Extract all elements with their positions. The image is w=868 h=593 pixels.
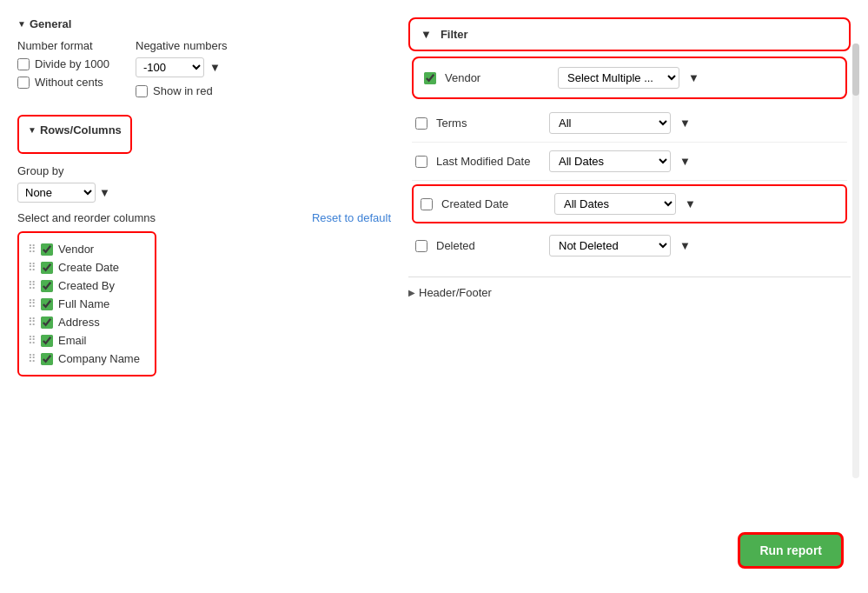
drag-handle-create-date[interactable]: ⠿	[28, 261, 36, 274]
filter-vendor-row: ▼ Filter	[408, 17, 851, 51]
filter-last-modified-arrow: ▼	[679, 155, 691, 168]
show-in-red-checkbox[interactable]	[136, 85, 148, 97]
scrollbar[interactable]	[851, 43, 861, 478]
negative-dropdown-arrow: ▼	[209, 61, 221, 74]
number-format-label: Number format	[17, 39, 109, 52]
group-by-select[interactable]: None Vendor	[17, 183, 96, 203]
filter-deleted-row: Deleted Not Deleted All Deleted Only ▼	[412, 227, 847, 264]
filter-vendor-label: Vendor	[445, 71, 549, 84]
filter-terms-arrow: ▼	[679, 117, 691, 130]
column-label-address: Address	[58, 316, 100, 329]
filter-deleted-label: Deleted	[436, 239, 540, 252]
rows-columns-header: ▼ Rows/Columns	[28, 123, 122, 137]
column-item-vendor: ⠿ Vendor	[26, 240, 148, 258]
drag-handle-email[interactable]: ⠿	[28, 334, 36, 347]
column-item-full-name: ⠿ Full Name	[26, 295, 148, 313]
without-cents-row: Without cents	[17, 76, 109, 89]
filter-last-modified-checkbox[interactable]	[415, 156, 427, 168]
filter-terms-label: Terms	[436, 117, 540, 130]
column-label-create-date: Create Date	[58, 261, 119, 274]
filter-last-modified-label: Last Modified Date	[436, 155, 540, 168]
group-by-arrow: ▼	[99, 186, 110, 199]
right-panel: ▼ Filter Vendor Select Multiple ... All …	[408, 17, 851, 376]
filter-terms-select[interactable]: All Net 30 Net 60	[549, 112, 671, 134]
filter-terms-row: Terms All Net 30 Net 60 ▼	[412, 104, 847, 143]
column-checkbox-email[interactable]	[41, 335, 53, 347]
column-checkbox-full-name[interactable]	[41, 298, 53, 310]
divide-by-1000-label: Divide by 1000	[35, 57, 109, 70]
column-checkbox-address[interactable]	[41, 316, 53, 329]
negative-numbers-label: Negative numbers	[136, 39, 228, 52]
drag-handle-vendor[interactable]: ⠿	[28, 243, 36, 256]
column-label-full-name: Full Name	[58, 297, 109, 310]
show-in-red-row: Show in red	[136, 84, 228, 97]
reorder-columns-header: Select and reorder columns Reset to defa…	[17, 211, 391, 224]
negative-numbers-sub: Negative numbers -100 -100.00 (100) (100…	[136, 39, 228, 103]
column-label-email: Email	[58, 334, 87, 347]
filter-vendor-select[interactable]: Select Multiple ... All None	[558, 67, 679, 89]
column-label-company-name: Company Name	[58, 352, 140, 365]
general-section-header: ▼ General	[17, 17, 391, 30]
number-format-group: Number format Divide by 1000 Without cen…	[17, 39, 391, 103]
column-item-created-by: ⠿ Created By	[26, 277, 148, 295]
group-by-area: Group by None Vendor ▼	[17, 164, 391, 203]
filter-deleted-checkbox[interactable]	[415, 240, 427, 252]
filter-last-modified-row: Last Modified Date All Dates Today This …	[412, 143, 847, 181]
rows-columns-title: Rows/Columns	[40, 123, 122, 137]
filter-terms-checkbox[interactable]	[415, 117, 427, 130]
filter-deleted-select[interactable]: Not Deleted All Deleted Only	[549, 235, 671, 257]
reorder-title: Select and reorder columns	[17, 211, 156, 224]
drag-handle-created-by[interactable]: ⠿	[28, 279, 36, 292]
scrollbar-thumb[interactable]	[852, 43, 859, 96]
without-cents-label: Without cents	[35, 76, 103, 89]
header-footer-triangle: ▶	[408, 288, 415, 297]
filter-vendor-arrow: ▼	[688, 71, 699, 84]
drag-handle-address[interactable]: ⠿	[28, 316, 36, 329]
without-cents-checkbox[interactable]	[17, 77, 30, 89]
column-checkbox-created-by[interactable]	[41, 280, 53, 292]
group-by-label: Group by	[17, 164, 391, 177]
column-label-vendor: Vendor	[58, 243, 94, 256]
filter-vendor-checkbox[interactable]	[424, 72, 436, 84]
left-panel: ▼ General Number format Divide by 1000 W…	[17, 17, 391, 376]
column-item-email: ⠿ Email	[26, 331, 148, 350]
drag-handle-company-name[interactable]: ⠿	[28, 352, 36, 365]
divide-by-1000-checkbox[interactable]	[17, 58, 30, 70]
column-label-created-by: Created By	[58, 279, 115, 292]
run-report-button[interactable]: Run report	[738, 532, 844, 569]
separator	[408, 277, 851, 277]
rows-columns-triangle: ▼	[28, 125, 36, 135]
column-item-company-name: ⠿ Company Name	[26, 350, 148, 368]
column-checkbox-create-date[interactable]	[41, 262, 53, 274]
show-in-red-label: Show in red	[153, 84, 213, 97]
header-footer-section: ▶ Header/Footer	[408, 286, 851, 299]
column-checkbox-company-name[interactable]	[41, 353, 53, 365]
filter-deleted-arrow: ▼	[679, 239, 691, 252]
column-checkbox-vendor[interactable]	[41, 243, 53, 256]
filter-triangle-icon: ▼	[421, 28, 432, 41]
divide-by-1000-row: Divide by 1000	[17, 57, 109, 70]
drag-handle-full-name[interactable]: ⠿	[28, 297, 36, 310]
filter-created-date-checkbox[interactable]	[421, 198, 433, 210]
reset-to-default-link[interactable]: Reset to default	[312, 211, 391, 224]
columns-list: ⠿ Vendor ⠿ Create Date ⠿ Created By ⠿ Fu…	[17, 231, 156, 376]
filter-created-date-row: Created Date All Dates Today This Week T…	[412, 184, 847, 223]
negative-numbers-select[interactable]: -100 -100.00 (100) (100.00)	[136, 57, 204, 77]
scrollbar-track	[852, 43, 859, 478]
general-triangle-icon: ▼	[17, 19, 26, 29]
number-format-sub: Number format Divide by 1000 Without cen…	[17, 39, 109, 103]
column-item-address: ⠿ Address	[26, 313, 148, 331]
header-footer-title-text: Header/Footer	[419, 286, 492, 299]
column-item-create-date: ⠿ Create Date	[26, 258, 148, 277]
filter-created-date-select[interactable]: All Dates Today This Week This Month	[554, 193, 676, 215]
filter-inner: Vendor Select Multiple ... All None ▼ Te…	[408, 57, 851, 264]
header-footer-toggle[interactable]: ▶ Header/Footer	[408, 286, 851, 299]
general-title: General	[30, 17, 71, 30]
filter-created-date-label: Created Date	[441, 197, 546, 210]
rows-columns-section: ▼ Rows/Columns	[17, 115, 132, 154]
filter-created-date-arrow: ▼	[685, 197, 696, 210]
filter-last-modified-select[interactable]: All Dates Today This Week This Month	[549, 150, 671, 172]
filter-title: Filter	[441, 28, 468, 41]
filter-vendor-inner-row: Vendor Select Multiple ... All None ▼	[412, 57, 847, 99]
